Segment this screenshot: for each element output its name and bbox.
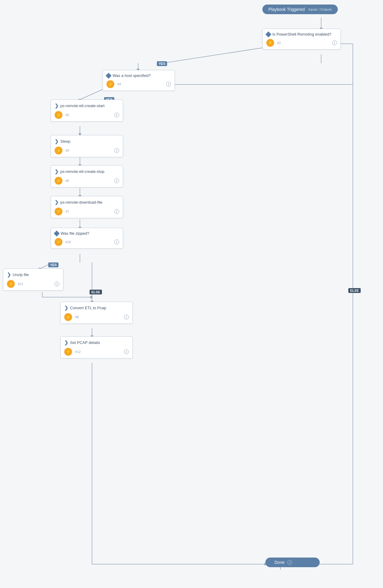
info-icon-6[interactable]: i: [114, 178, 119, 183]
node-12[interactable]: ❯ Set PCAP details ⚡ #12 i: [60, 336, 133, 358]
node-9[interactable]: ❯ Sleep ⚡ #9 i: [51, 135, 123, 157]
node-2-title: Is PowerShell Remoting enabled?: [266, 32, 337, 37]
node-5-title: ❯ ps-remote-etl-create-start: [55, 103, 119, 109]
diamond-icon-10: [54, 230, 60, 237]
node-10-number: #10: [65, 240, 71, 244]
playbook-canvas: Playbook Triggered Inputs / Outputs Is P…: [0, 0, 383, 588]
node-7[interactable]: ❯ ps-remote-download-file ⚡ #7 i: [51, 196, 123, 218]
trigger-links[interactable]: Inputs / Outputs: [309, 8, 332, 11]
info-icon-11[interactable]: i: [55, 281, 59, 286]
node-9-title: ❯ Sleep: [55, 138, 119, 144]
node-6-number: #6: [65, 179, 69, 183]
node-4-footer: ⚡ #4 i: [106, 80, 171, 88]
node-7-footer: ⚡ #7 i: [55, 208, 119, 215]
lightning-11: ⚡: [7, 280, 15, 288]
node-8-footer: ⚡ #8 i: [64, 313, 129, 321]
info-icon-8[interactable]: i: [124, 315, 129, 319]
action-icon-6: ❯: [55, 169, 59, 174]
node-12-footer: ⚡ #12 i: [64, 348, 129, 356]
diamond-icon-2: [265, 31, 271, 37]
node-11[interactable]: ❯ Unzip file ⚡ #11 i: [3, 269, 63, 291]
node-4-number: #4: [117, 82, 121, 86]
info-icon-4[interactable]: i: [166, 82, 171, 87]
trigger-node[interactable]: Playbook Triggered Inputs / Outputs: [262, 5, 338, 14]
info-icon-2[interactable]: i: [332, 40, 337, 45]
node-12-title: ❯ Set PCAP details: [64, 340, 129, 345]
action-icon-5: ❯: [55, 103, 59, 109]
lightning-6: ⚡: [55, 177, 62, 185]
node-8-title: ❯ Convert ETL to Pcap: [64, 305, 129, 311]
lightning-8: ⚡: [64, 313, 72, 321]
badge-else-10: ELSE: [90, 290, 102, 294]
node-4[interactable]: Was a host specified? ⚡ #4 i: [103, 70, 175, 91]
svg-marker-22: [90, 296, 93, 299]
node-5-footer: ⚡ #5 i: [55, 111, 119, 119]
action-icon-11: ❯: [7, 272, 11, 278]
info-icon-done[interactable]: i: [287, 560, 292, 565]
trigger-label: Playbook Triggered: [268, 7, 305, 12]
node-2-footer: ⚡ #2 i: [266, 39, 337, 47]
done-label: Done: [274, 560, 284, 565]
badge-yes-10: YES: [48, 262, 59, 267]
info-icon-7[interactable]: i: [114, 209, 119, 214]
node-4-title: Was a host specified?: [106, 73, 171, 78]
node-7-title: ❯ ps-remote-download-file: [55, 199, 119, 205]
node-6[interactable]: ❯ ps-remote-etl-create-stop ⚡ #6 i: [51, 165, 123, 187]
lightning-2: ⚡: [266, 39, 274, 47]
action-icon-9: ❯: [55, 138, 59, 144]
info-icon-9[interactable]: i: [114, 148, 119, 153]
node-6-title: ❯ ps-remote-etl-create-stop: [55, 169, 119, 174]
info-icon-12[interactable]: i: [124, 349, 129, 354]
diamond-icon-4: [106, 73, 112, 79]
node-8-number: #8: [75, 315, 79, 319]
node-10-footer: ⚡ #10 i: [55, 238, 119, 246]
info-icon-5[interactable]: i: [114, 113, 119, 117]
node-9-footer: ⚡ #9 i: [55, 147, 119, 154]
info-icon-10[interactable]: i: [114, 240, 119, 244]
lightning-12: ⚡: [64, 348, 72, 356]
node-6-footer: ⚡ #6 i: [55, 177, 119, 185]
node-10[interactable]: Was file zipped? ⚡ #10 i: [51, 228, 123, 249]
lightning-4: ⚡: [106, 80, 114, 88]
node-11-number: #11: [18, 282, 23, 286]
lightning-10: ⚡: [55, 238, 62, 246]
node-9-number: #9: [65, 149, 69, 152]
node-12-number: #12: [75, 350, 81, 354]
badge-else-2: ELSE: [348, 288, 361, 293]
node-7-number: #7: [65, 210, 69, 213]
node-5-number: #5: [65, 113, 69, 117]
node-2[interactable]: Is PowerShell Remoting enabled? ⚡ #2 i: [262, 29, 341, 49]
lightning-9: ⚡: [55, 147, 62, 154]
node-11-footer: ⚡ #11 i: [7, 280, 59, 288]
node-10-title: Was file zipped?: [55, 231, 119, 236]
node-5[interactable]: ❯ ps-remote-etl-create-start ⚡ #5 i: [51, 100, 123, 122]
node-8[interactable]: ❯ Convert ETL to Pcap ⚡ #8 i: [60, 302, 133, 324]
action-icon-8: ❯: [64, 305, 68, 311]
node-11-title: ❯ Unzip file: [7, 272, 59, 278]
lightning-7: ⚡: [55, 208, 62, 215]
action-icon-12: ❯: [64, 340, 68, 345]
done-node[interactable]: Done i: [265, 558, 320, 567]
action-icon-7: ❯: [55, 199, 59, 205]
node-2-number: #2: [277, 41, 281, 45]
connector-lines: [0, 0, 383, 588]
lightning-5: ⚡: [55, 111, 62, 119]
badge-yes-2: YES: [157, 61, 167, 66]
